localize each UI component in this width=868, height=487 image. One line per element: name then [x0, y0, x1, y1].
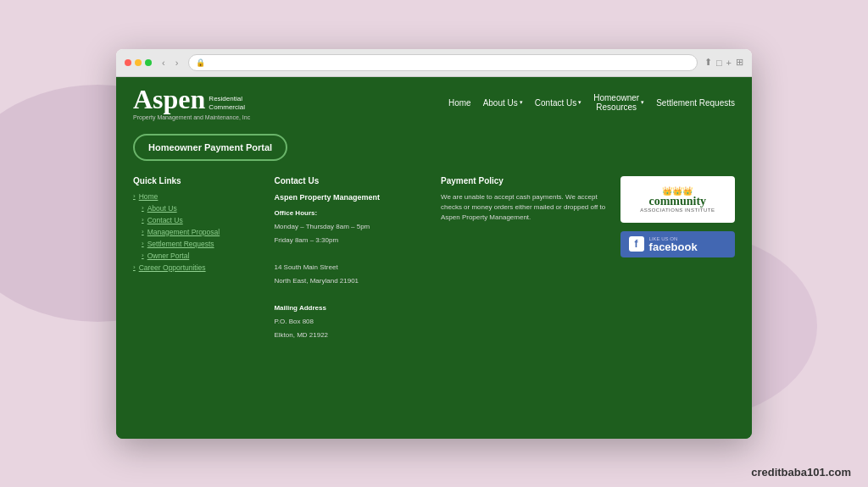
nav-home[interactable]: Home [448, 98, 471, 108]
facebook-name: facebook [649, 241, 698, 252]
facebook-text: LIKE US ON facebook [649, 236, 698, 252]
facebook-icon: f [629, 236, 644, 252]
portal-button[interactable]: Homeowner Payment Portal [133, 134, 287, 161]
arrow-icon: › [142, 204, 144, 212]
link-about[interactable]: › About Us [142, 204, 260, 213]
link-career[interactable]: › Career Opportunities [133, 263, 260, 272]
link-contact[interactable]: › Contact Us [142, 216, 260, 224]
contact-hours-friday: Friday 8am – 3:30pm [274, 235, 427, 246]
nav-contact[interactable]: Contact Us ▾ [535, 98, 581, 108]
browser-chrome: ‹ › 🔒 ⬆ □ + ⊞ [116, 49, 752, 77]
contact-chevron: ▾ [578, 99, 581, 106]
back-button[interactable]: ‹ [159, 56, 169, 69]
arrow-icon: › [142, 216, 144, 224]
community-badge: 👑👑👑 community ASSOCIATIONS INSTITUTE [620, 176, 735, 223]
arrow-icon: › [142, 228, 144, 235]
contact-address1: 14 South Main Street [274, 263, 427, 273]
nav-menu: Home About Us ▾ Contact Us ▾ HomeownerRe… [448, 93, 735, 112]
homeowner-chevron: ▾ [641, 99, 644, 106]
list-item: › Career Opportunities [133, 263, 260, 272]
community-text: community [648, 196, 706, 208]
list-item: › Home [133, 192, 260, 201]
contact-address2: North East, Maryland 21901 [274, 276, 427, 286]
arrow-icon: › [133, 192, 136, 200]
contact-city: Elkton, MD 21922 [274, 330, 427, 340]
link-management[interactable]: › Management Proposal [142, 228, 260, 236]
close-button[interactable] [125, 59, 131, 66]
site-content: Aspen Residential Commercial Property Ma… [116, 77, 752, 439]
nav-settlement[interactable]: Settlement Requests [656, 98, 735, 108]
portal-section: Homeowner Payment Portal [116, 127, 752, 168]
list-item: › Owner Portal [133, 252, 260, 260]
nav-about[interactable]: About Us ▾ [483, 98, 523, 108]
minimize-button[interactable] [135, 59, 142, 66]
link-settlement[interactable]: › Settlement Requests [142, 240, 260, 248]
browser-nav: ‹ › [159, 56, 181, 69]
logo-sub: Residential Commercial [209, 95, 245, 113]
contact-spacer [274, 249, 427, 259]
logo-sub1: Residential [209, 95, 245, 103]
bookmark-button[interactable]: □ [716, 58, 722, 68]
window-controls [125, 59, 152, 66]
list-item: › About Us [133, 204, 260, 213]
logo-main: Aspen [133, 86, 205, 113]
quick-links-list: › Home › About Us › Contact Us › Managem… [133, 192, 260, 272]
crown-icon: 👑👑👑 [662, 186, 693, 196]
maximize-button[interactable] [145, 59, 152, 66]
contact-hours-label: Office Hours: [274, 208, 427, 219]
quick-links-title: Quick Links [133, 176, 260, 185]
forward-button[interactable]: › [172, 56, 182, 69]
payment-text: We are unable to accept cash payments. W… [441, 192, 607, 223]
payment-section: Payment Policy We are unable to accept c… [441, 176, 607, 430]
contact-po-box: P.O. Box 808 [274, 317, 427, 327]
add-tab-button[interactable]: + [726, 58, 732, 68]
arrow-icon: › [142, 252, 144, 259]
contact-title: Contact Us [274, 176, 427, 185]
logo-area: Aspen Residential Commercial Property Ma… [133, 86, 250, 120]
list-item: › Settlement Requests [133, 240, 260, 248]
creditbaba-label: creditbaba101.com [751, 466, 851, 479]
link-home[interactable]: › Home [133, 192, 260, 201]
facebook-badge[interactable]: f LIKE US ON facebook [620, 231, 735, 257]
site-main: Quick Links › Home › About Us › Contact … [116, 168, 752, 439]
site-header: Aspen Residential Commercial Property Ma… [116, 77, 752, 127]
list-item: › Contact Us [133, 216, 260, 224]
sidebar-button[interactable]: ⊞ [736, 57, 743, 68]
contact-hours-weekday: Monday – Thursday 8am – 5pm [274, 222, 427, 232]
browser-actions: ⬆ □ + ⊞ [704, 57, 743, 68]
contact-spacer2 [274, 290, 427, 300]
list-item: › Management Proposal [133, 228, 260, 236]
nav-homeowner[interactable]: HomeownerResources ▾ [593, 93, 644, 112]
arrow-icon: › [142, 240, 144, 247]
share-button[interactable]: ⬆ [704, 57, 712, 68]
about-chevron: ▾ [520, 99, 523, 106]
quick-links: Quick Links › Home › About Us › Contact … [133, 176, 260, 430]
community-sub: ASSOCIATIONS INSTITUTE [640, 208, 715, 213]
contact-company: Aspen Property Management [274, 192, 427, 204]
right-column: 👑👑👑 community ASSOCIATIONS INSTITUTE f L… [620, 176, 735, 430]
address-bar[interactable]: 🔒 [188, 54, 698, 71]
logo-sub2: Commercial [209, 103, 245, 112]
arrow-icon: › [133, 263, 136, 271]
contact-mailing-label: Mailing Address [274, 303, 427, 313]
link-owner[interactable]: › Owner Portal [142, 252, 260, 260]
contact-section: Contact Us Aspen Property Management Off… [274, 176, 427, 430]
browser-window: ‹ › 🔒 ⬆ □ + ⊞ Aspen Residential Commerci… [116, 49, 752, 439]
logo-tagline: Property Management and Maintenance, Inc [133, 114, 250, 120]
payment-title: Payment Policy [441, 176, 607, 185]
lock-icon: 🔒 [196, 58, 205, 67]
